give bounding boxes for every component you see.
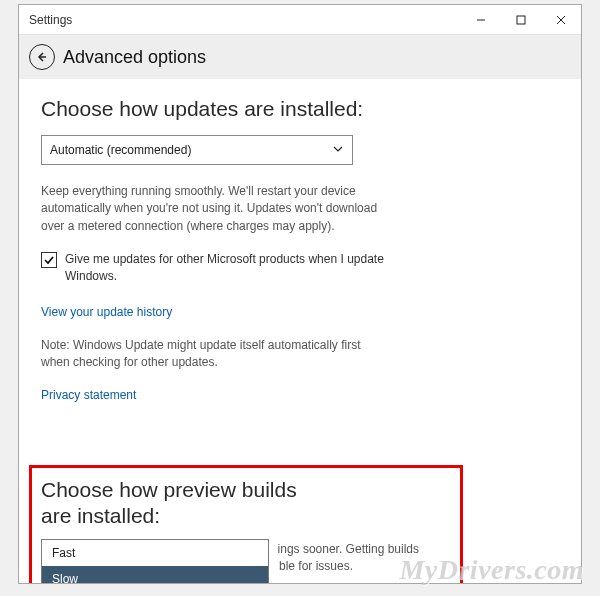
- back-button[interactable]: [29, 44, 55, 70]
- preview-heading: Choose how preview builds are installed:: [41, 477, 321, 530]
- updates-description: Keep everything running smoothly. We'll …: [41, 183, 381, 235]
- chevron-down-icon: [332, 143, 344, 158]
- checkbox-icon[interactable]: [41, 252, 57, 268]
- checkbox-label: Give me updates for other Microsoft prod…: [65, 251, 401, 285]
- page-header: Advanced options: [19, 35, 581, 79]
- preview-builds-section: Choose how preview builds are installed:…: [41, 477, 421, 540]
- minimize-button[interactable]: [461, 5, 501, 34]
- titlebar: Settings: [19, 5, 581, 35]
- close-button[interactable]: [541, 5, 581, 34]
- dropdown-option-slow[interactable]: Slow: [42, 566, 268, 583]
- other-products-checkbox-row[interactable]: Give me updates for other Microsoft prod…: [41, 251, 401, 285]
- page-title: Advanced options: [63, 47, 206, 68]
- window-title: Settings: [29, 13, 461, 27]
- preview-ring-dropdown[interactable]: Fast Slow: [41, 539, 269, 583]
- privacy-link[interactable]: Privacy statement: [41, 388, 136, 402]
- select-value: Automatic (recommended): [50, 143, 191, 157]
- updates-heading: Choose how updates are installed:: [41, 97, 559, 121]
- dropdown-option-fast[interactable]: Fast: [42, 540, 268, 566]
- content-area: Choose how updates are installed: Automa…: [19, 79, 581, 583]
- view-history-link[interactable]: View your update history: [41, 305, 172, 319]
- update-note: Note: Windows Update might update itself…: [41, 337, 381, 372]
- svg-rect-1: [517, 16, 525, 24]
- update-method-select[interactable]: Automatic (recommended): [41, 135, 353, 165]
- settings-window: Settings Advanced options Choose how upd…: [18, 4, 582, 584]
- window-controls: [461, 5, 581, 34]
- maximize-button[interactable]: [501, 5, 541, 34]
